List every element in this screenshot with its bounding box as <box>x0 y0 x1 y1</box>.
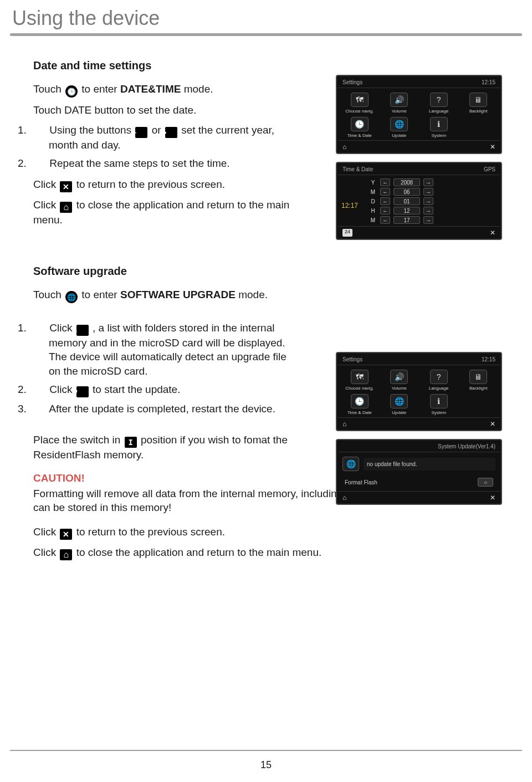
settings-glyph-icon: 🌐 <box>390 117 408 131</box>
text: to enter <box>81 289 120 300</box>
home-icon: ⌂ <box>342 143 346 151</box>
close-icon: ✕ <box>490 420 495 428</box>
footer-divider <box>10 750 522 751</box>
device-screenshot-settings-2: Settings 12:15 🗺Choose navig.🔊Volume?Lan… <box>336 352 502 431</box>
settings-icon-label: System <box>431 410 446 415</box>
device-screenshot-update: System Update(Ver1.4) 🌐 no update file f… <box>336 439 502 505</box>
settings-icon-label: Language <box>429 386 449 391</box>
text: Click <box>33 546 59 558</box>
software-heading: Software upgrade <box>33 265 299 278</box>
arrow-left-icon: ← <box>380 197 390 205</box>
arrow-left-icon: ← <box>380 178 390 186</box>
dt-step-1: 1. Using the buttons or set the current … <box>33 123 299 152</box>
update-icon <box>76 386 89 397</box>
td-key: M <box>369 189 377 195</box>
home-icon <box>60 549 72 560</box>
arrow-right-icon: → <box>423 197 433 205</box>
settings-icon-cell: 🗺Choose navig. <box>340 91 379 115</box>
timedate-row: Y←2008→ <box>369 178 497 186</box>
dt-step-2: 2. Repeat the same steps to set the time… <box>33 156 299 171</box>
settings-glyph-icon: 🗺 <box>351 370 369 384</box>
settings-icon-label: Backlight <box>469 386 487 391</box>
settings-icon-cell: ?Language <box>420 91 458 115</box>
mode-label: SOFTWARE UPGRADE <box>120 289 236 300</box>
su-step-3: 3. After the update is completed, restar… <box>33 402 299 416</box>
home-icon <box>60 202 72 213</box>
screen-title: Time & Date <box>342 166 373 172</box>
settings-icon-label: Backlight <box>469 109 487 114</box>
settings-icon-label: Volume <box>392 109 407 114</box>
settings-icon-cell: 🕒Time & Date <box>340 116 379 139</box>
text: mode. <box>184 83 213 95</box>
settings-icon-cell: 🌐Update <box>380 116 419 139</box>
settings-glyph-icon: ℹ <box>430 394 448 408</box>
su-touch-line: Touch to enter SOFTWARE UPGRADE mode. <box>33 288 299 303</box>
dt-touch-line: Touch to enter DATE&TIME mode. <box>33 82 299 98</box>
text: to close the application and return to t… <box>76 546 322 558</box>
text: Touch <box>33 83 64 95</box>
text: Touch <box>33 289 64 300</box>
settings-icon-label: Time & Date <box>347 410 372 415</box>
format-label: Format Flash <box>345 479 377 485</box>
settings-glyph-icon: 🕒 <box>351 117 369 131</box>
home-icon: ⌂ <box>342 494 346 502</box>
datetime-heading: Date and time settings <box>33 59 299 72</box>
screen-title: Settings <box>342 356 362 362</box>
settings-icon-label: Choose navig. <box>345 386 374 391</box>
device-screenshot-settings: Settings 12:15 🗺Choose navig.🔊Volume?Lan… <box>336 75 502 154</box>
text: Place the switch in <box>33 434 124 446</box>
home-icon: ⌂ <box>342 420 346 428</box>
arrow-right-icon: → <box>423 207 433 214</box>
settings-glyph-icon: 🗺 <box>351 93 369 107</box>
clock-icon <box>65 85 78 98</box>
td-value: 2008 <box>393 178 420 186</box>
arrow-left-icon <box>135 127 147 138</box>
settings-icon-label: Time & Date <box>347 133 372 138</box>
screen-title: Settings <box>342 79 362 85</box>
dt-touch-date: Touch DATE button to set the date. <box>33 103 299 117</box>
settings-glyph-icon: ? <box>430 93 448 107</box>
tick-label: 24 <box>342 229 352 237</box>
text: to return to the previous screen. <box>76 178 225 190</box>
arrow-left-icon: ← <box>380 188 390 196</box>
dt-click-home: Click to close the application and retur… <box>33 198 299 227</box>
td-value: 12 <box>393 207 420 214</box>
su-step-2: 2. Click to start the update. <box>33 382 299 397</box>
arrow-left-icon: ← <box>380 216 390 224</box>
screen-time: 12:15 <box>482 356 495 362</box>
td-value: 17 <box>393 216 420 224</box>
td-value: 01 <box>393 197 420 205</box>
page-title: Using the device <box>0 0 532 32</box>
settings-icon-cell: 🔊Volume <box>380 369 419 392</box>
su-click-home: Click to close the application and retur… <box>33 545 499 560</box>
settings-icon-cell: 🔊Volume <box>380 91 419 115</box>
timedate-row: M←06→ <box>369 188 497 196</box>
settings-icon-label: Update <box>392 410 406 415</box>
globe-icon <box>65 291 78 303</box>
settings-icon-label: Language <box>429 109 449 114</box>
text: After the update is completed, restart t… <box>49 403 275 415</box>
timedate-row: M←17→ <box>369 216 497 224</box>
settings-icon-cell: 🖥Backlight <box>459 369 498 392</box>
text: to start the update. <box>93 384 180 395</box>
arrow-right-icon: → <box>423 178 433 186</box>
close-icon <box>60 529 72 540</box>
su-click-x: Click to return to the previous screen. <box>33 525 499 540</box>
settings-glyph-icon: ℹ <box>430 117 448 131</box>
screen-title: System Update(Ver1.4) <box>438 443 495 449</box>
text: to enter <box>81 83 120 95</box>
settings-glyph-icon: 🌐 <box>390 394 408 408</box>
close-icon: ✕ <box>490 494 495 502</box>
td-key: M <box>369 217 377 223</box>
td-key: H <box>369 208 377 214</box>
text: to return to the previous screen. <box>76 526 225 538</box>
text: Using the buttons <box>49 124 134 136</box>
settings-glyph-icon: 🖥 <box>469 93 487 107</box>
globe-icon: 🌐 <box>342 457 359 471</box>
settings-icon-cell: 🖥Backlight <box>459 91 498 115</box>
settings-icon-cell: ℹSystem <box>420 116 458 139</box>
su-step-1: 1. Click , a list with folders stored in… <box>33 321 299 379</box>
settings-glyph-icon: 🕒 <box>351 394 369 408</box>
browse-icon <box>76 325 89 336</box>
settings-glyph-icon: 🖥 <box>469 370 487 384</box>
